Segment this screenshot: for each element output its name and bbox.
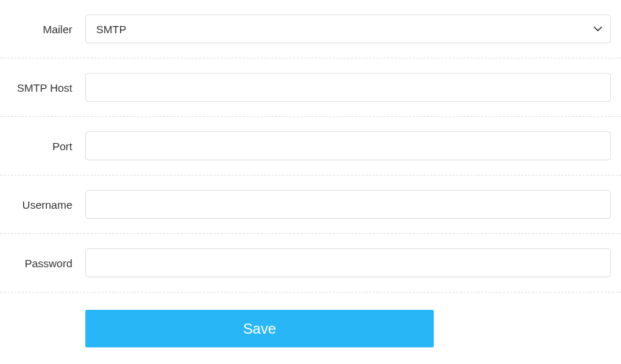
button-row: Save [0, 292, 621, 347]
username-control-wrap [85, 190, 621, 219]
mailer-select[interactable]: SMTP [85, 14, 611, 43]
port-control-wrap [85, 131, 621, 160]
port-label: Port [0, 140, 85, 152]
username-row: Username [0, 176, 621, 234]
smtp-host-control-wrap [85, 73, 621, 102]
save-button[interactable]: Save [85, 310, 434, 347]
username-input[interactable] [85, 190, 611, 219]
smtp-host-label: SMTP Host [0, 82, 85, 94]
smtp-host-input[interactable] [85, 73, 611, 102]
password-row: Password [0, 234, 621, 292]
port-row: Port [0, 117, 621, 176]
mailer-control-wrap: SMTP [85, 14, 621, 43]
mailer-label: Mailer [0, 23, 85, 35]
button-spacer [0, 310, 85, 347]
smtp-host-row: SMTP Host [0, 58, 621, 117]
password-input[interactable] [85, 248, 611, 277]
password-label: Password [0, 257, 85, 269]
port-input[interactable] [85, 131, 611, 160]
username-label: Username [0, 199, 85, 211]
mailer-row: Mailer SMTP [0, 0, 621, 58]
password-control-wrap [85, 248, 621, 277]
mailer-select-wrap: SMTP [85, 14, 611, 43]
